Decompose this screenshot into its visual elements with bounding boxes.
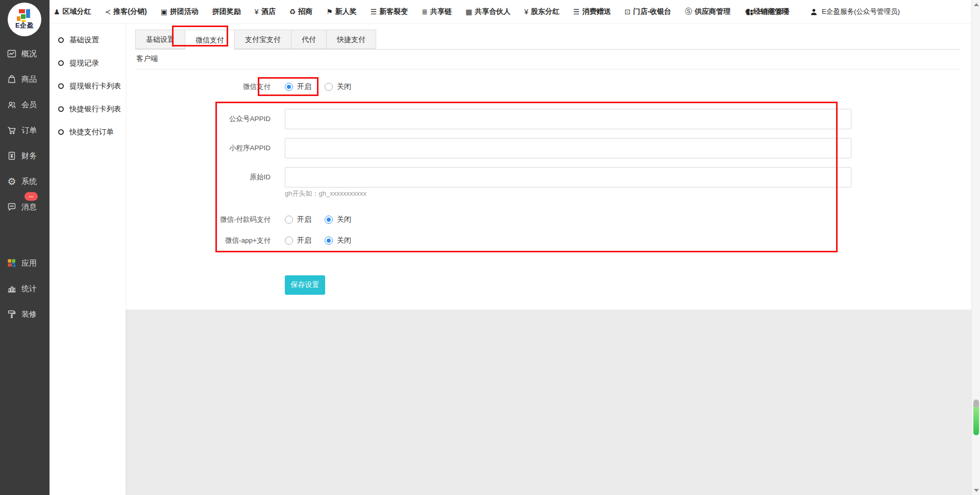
topnav-label: 新客裂变 (379, 7, 408, 16)
topnav-item-share-chain[interactable]: ≣共享链 (422, 7, 452, 16)
radio-label: 开启 (297, 215, 311, 224)
field-label: 微信-付款码支付 (126, 215, 271, 224)
circle-icon (58, 37, 64, 43)
app-pay-on-option[interactable]: 开启 (285, 236, 311, 245)
users-icon (7, 100, 17, 110)
circle-icon (58, 83, 64, 89)
recycle-icon: ♻ (289, 8, 296, 16)
wechat-pay-off-option[interactable]: 关闭 (325, 82, 351, 91)
finance-book-icon (7, 151, 17, 161)
sidebar-item-label: 应用 (21, 258, 37, 268)
sidebar-item-messages[interactable]: 消息 ... (0, 197, 50, 217)
radio-checked-icon[interactable] (325, 237, 333, 245)
topnav-label: 股东分红 (531, 7, 559, 16)
submenu-item-basic-settings[interactable]: 基础设置 (50, 29, 126, 52)
menu-lines-icon: ☰ (573, 8, 580, 16)
radio-unchecked-icon[interactable] (325, 83, 333, 91)
wechat-pay-on-option[interactable]: 开启 (285, 82, 311, 91)
topnav-item-supplier-management[interactable]: Ⓢ供应商管理 (685, 7, 730, 16)
person-pawn-icon: ♟ (54, 8, 60, 16)
scrollbar-thumb[interactable] (973, 399, 979, 435)
topnav-item-shareholder-dividend[interactable]: ¥股东分红 (524, 7, 559, 16)
topnav-item-region-dividend[interactable]: ♟区域分红 (54, 7, 91, 16)
sidebar-item-label: 消息 (21, 202, 37, 212)
scroll-down-arrow-icon[interactable] (974, 489, 979, 492)
radio-unchecked-icon[interactable] (285, 237, 293, 245)
sidebar-item-members[interactable]: 会员 (0, 95, 50, 115)
submenu-item-withdrawal-bankcards[interactable]: 提现银行卡列表 (50, 75, 126, 98)
tab-alipay[interactable]: 支付宝支付 (234, 30, 291, 49)
topnav-label: 拼团活动 (170, 7, 199, 16)
topnav-label: 拼团奖励 (212, 7, 241, 16)
apps-grid-icon (7, 258, 17, 268)
scan-pay-off-option[interactable]: 关闭 (325, 215, 351, 224)
sidebar-item-finance[interactable]: 财务 (0, 146, 50, 166)
image-icon: ▣ (161, 8, 167, 16)
share-icon: ≺ (105, 8, 111, 16)
topnav-label: 门店-收银台 (633, 7, 671, 16)
topnav-item-groupbuy-activity[interactable]: ▣拼团活动 (161, 7, 199, 16)
topnav-item-hotel[interactable]: ¥酒店 (255, 7, 276, 16)
radio-checked-icon[interactable] (325, 216, 333, 224)
sidebar-item-label: 装修 (21, 310, 37, 319)
topnav-item-groupbuy-reward[interactable]: 拼团奖励 (212, 7, 241, 16)
sidebar-item-overview[interactable]: 概况 (0, 43, 50, 64)
tab-daifu[interactable]: 代付 (291, 30, 326, 49)
mini-appid-input[interactable] (285, 138, 851, 158)
sidebar-item-label: 财务 (21, 151, 37, 161)
submenu: 基础设置 提现记录 提现银行卡列表 快捷银行卡列表 快捷支付订单 (50, 23, 126, 495)
topnav-item-consumption-gift[interactable]: ☰消费赠送 (573, 7, 611, 16)
yen-icon: ¥ (255, 8, 259, 16)
save-settings-button[interactable]: 保存设置 (285, 275, 325, 295)
submenu-item-quick-bankcards[interactable]: 快捷银行卡列表 (50, 98, 126, 121)
topnav-item-customer-fission[interactable]: ☰新客裂变 (371, 7, 408, 16)
tab-quick-pay[interactable]: 快捷支付 (326, 30, 376, 49)
topnav: ♟区域分红 ≺推客(分销) ▣拼团活动 拼团奖励 ¥酒店 ♻招商 ⚑新人奖 ☰新… (50, 7, 789, 16)
app: E企盈 概况 商品 会员 (0, 0, 980, 495)
section-title-client: 客户端 (136, 54, 158, 63)
account-menu[interactable]: E企盈服务(公众号管理员) (810, 7, 900, 16)
sidebar-item-stats[interactable]: 统计 (0, 278, 50, 299)
yen-icon: ¥ (524, 8, 528, 16)
radio-label: 关闭 (337, 82, 351, 91)
shopping-bag-icon (7, 74, 17, 84)
radio-checked-icon[interactable] (285, 83, 293, 91)
tab-basic-settings[interactable]: 基础设置 (135, 30, 185, 49)
app-pay-off-option[interactable]: 关闭 (325, 236, 351, 245)
sidebar-item-decorate[interactable]: 装修 (0, 304, 50, 324)
form-row-gzh-appid: 公众号APPID (126, 109, 851, 129)
sidebar-item-goods[interactable]: 商品 (0, 69, 50, 89)
wechat-pay-radio-group: 开启 关闭 (285, 82, 351, 91)
menu-lines-icon: ☰ (371, 8, 377, 16)
sidebar-item-label: 概况 (21, 49, 37, 59)
topnav-item-share-partner[interactable]: ▦共享合伙人 (465, 7, 510, 16)
submenu-item-withdrawal-records[interactable]: 提现记录 (50, 52, 126, 75)
sidebar-nav: 概况 商品 会员 订单 (0, 43, 50, 329)
topnav-item-store-cashier[interactable]: ⊡门店-收银台 (625, 7, 671, 16)
topnav-item-investment[interactable]: ♻招商 (289, 7, 313, 16)
scan-pay-on-option[interactable]: 开启 (285, 215, 311, 224)
line-chart-icon (7, 49, 17, 59)
sidebar-item-system[interactable]: ⚙ 系统 (0, 171, 50, 192)
submenu-label: 快捷支付订单 (69, 127, 114, 137)
sidebar-item-orders[interactable]: 订单 (0, 120, 50, 140)
submenu-item-quick-pay-orders[interactable]: 快捷支付订单 (50, 121, 126, 144)
original-id-input[interactable] (285, 167, 851, 187)
topnav-label: 区域分红 (63, 7, 91, 16)
field-label: 公众号APPID (126, 114, 271, 124)
page-scrollbar[interactable] (971, 0, 980, 495)
service-menu[interactable]: E企盈服务 (746, 7, 790, 16)
form-row-app-pay: 微信-app+支付 开启 关闭 (126, 233, 351, 248)
tab-wechat-pay[interactable]: 微信支付 (185, 30, 234, 50)
sidebar-item-apps[interactable]: 应用 (0, 253, 50, 273)
s-circle-icon: Ⓢ (685, 7, 692, 16)
topnav-item-distribution[interactable]: ≺推客(分销) (105, 7, 147, 16)
gzh-appid-input[interactable] (285, 109, 851, 129)
app-logo[interactable]: E企盈 (8, 3, 41, 36)
radio-label: 开启 (297, 236, 311, 245)
topnav-item-newcomer-award[interactable]: ⚑新人奖 (326, 7, 357, 16)
scroll-up-arrow-icon[interactable] (974, 3, 979, 6)
form-row-original-id: 原始ID (126, 167, 851, 187)
paint-roller-icon (7, 309, 17, 319)
radio-unchecked-icon[interactable] (285, 216, 293, 224)
